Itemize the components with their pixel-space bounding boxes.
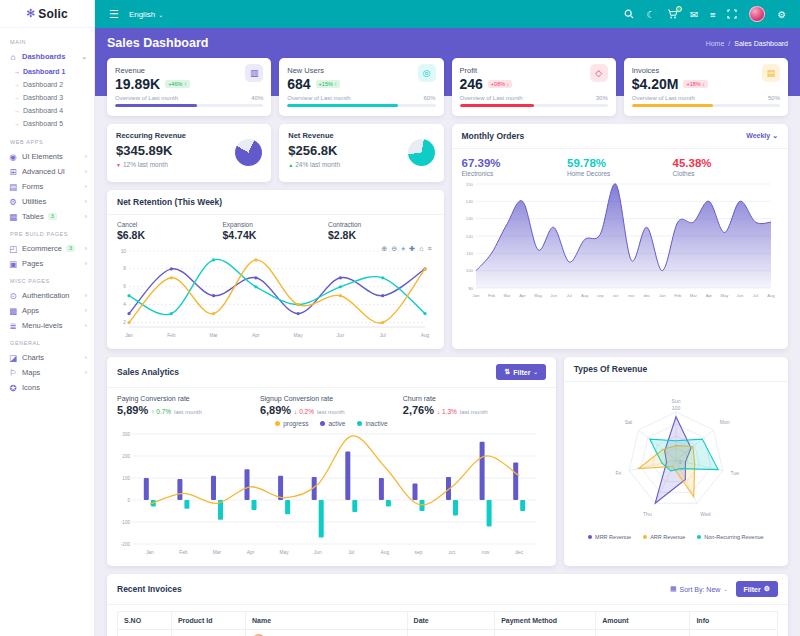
sidebar-item-ecommerce[interactable]: ◰Ecommerce3› <box>8 241 94 256</box>
tables-icon: ▦ <box>8 212 18 222</box>
legend-dot <box>275 421 280 426</box>
list-icon[interactable]: ≡ <box>710 9 716 20</box>
svg-text:Jan: Jan <box>472 293 479 298</box>
sidebar-item-forms[interactable]: ▤Forms› <box>8 179 94 194</box>
sidebar-item-dashboard-3[interactable]: →Dashboard 3 <box>14 91 94 104</box>
svg-text:Thu: Thu <box>643 511 652 517</box>
monthly-orders-chart[interactable]: 90100110120130140150JanFebMarAprMayJunJu… <box>452 179 789 309</box>
svg-text:200: 200 <box>122 454 130 459</box>
advanced-ui-icon: ⊞ <box>8 167 18 177</box>
section-label-prebuild: PRE BUILD PAGES <box>10 231 94 237</box>
sidebar-item-menu-levels[interactable]: ≣Menu-levels› <box>8 318 94 333</box>
svg-text:2: 2 <box>123 320 126 325</box>
chevron-down-icon: ⌄ <box>158 11 163 18</box>
invoices-value: $4.20M <box>632 76 679 92</box>
sidebar-item-dashboard-5[interactable]: →Dashboard 5 <box>14 117 94 130</box>
net-revenue-donut <box>408 139 435 166</box>
user-avatar[interactable] <box>749 6 765 22</box>
sales-analytics-chart[interactable]: -200-1000100200300JanFebMarAprMayJunJulA… <box>107 428 556 566</box>
arrow-icon: → <box>14 69 20 75</box>
svg-text:Aug: Aug <box>580 293 588 298</box>
sidebar-item-utilities[interactable]: ⚙Utilities› <box>8 194 94 209</box>
fullscreen-icon[interactable] <box>727 9 737 19</box>
profit-badge: +08% ↓ <box>488 80 513 88</box>
sidebar-item-ui-elements[interactable]: ◉UI Elements› <box>8 149 94 164</box>
sidebar-item-dashboard-4[interactable]: →Dashboard 4 <box>14 104 94 117</box>
arrow-icon: → <box>14 95 20 101</box>
table-row[interactable]: Richi Wales <box>118 630 778 636</box>
arrow-icon: → <box>14 108 20 114</box>
revenue-badge: +46% ↑ <box>165 80 190 88</box>
svg-text:Mon: Mon <box>720 419 730 425</box>
invoices-filter-button[interactable]: Filter⚙ <box>736 581 778 597</box>
sidebar-item-dashboard-1[interactable]: →Dashboard 1 <box>14 65 94 78</box>
mail-icon[interactable]: ✉ <box>690 9 698 20</box>
svg-text:dec: dec <box>643 293 650 298</box>
sidebar-item-icons[interactable]: ✪Icons <box>8 380 94 395</box>
recurring-revenue-card: Reccuring Revenue $345.89K ▼12% last mon… <box>107 124 271 182</box>
chart-menu-icon[interactable]: ≡ <box>427 245 431 253</box>
main: ☰ English⌄ ☾ ✉ ≡ ⚙ Sales Dashboard Home … <box>95 0 800 636</box>
forms-icon: ▤ <box>8 182 18 192</box>
filter-button[interactable]: ⇅Filter⌄ <box>496 364 545 380</box>
svg-text:Jan: Jan <box>658 293 665 298</box>
logo-text: Solic <box>38 7 68 21</box>
range-selector[interactable]: Weekly ⌄ <box>746 132 778 140</box>
up-arrow-icon: ▲ <box>288 162 293 168</box>
svg-text:May: May <box>280 550 290 555</box>
clothes-percent: 45.38% <box>673 157 779 169</box>
page-header-band: Sales Dashboard Home / Sales Dashboard R… <box>95 28 800 96</box>
svg-text:6: 6 <box>123 284 126 289</box>
types-of-revenue-chart[interactable]: Sun100MonTueWedThuFriSat0 <box>564 382 788 532</box>
svg-text:Aug: Aug <box>767 293 775 298</box>
svg-text:10: 10 <box>121 249 127 254</box>
svg-text:Jan: Jan <box>125 333 133 338</box>
charts-icon: ◪ <box>8 353 18 363</box>
reset-home-icon[interactable]: ⌂ <box>419 245 423 253</box>
section-label-misc: MISC PAGES <box>10 278 94 284</box>
selection-zoom-icon[interactable]: ⌖ <box>401 245 405 253</box>
svg-text:May: May <box>534 293 543 298</box>
net-retention-chart[interactable]: ⊕⊖⌖✚⌂≡ 246810JanFebMarAprMayJunJulAug <box>107 243 444 349</box>
sidebar-item-apps[interactable]: ▩Apps› <box>8 303 94 318</box>
icons-icon: ✪ <box>8 383 18 393</box>
sidebar-item-tables[interactable]: ▦Tables3› <box>8 209 94 224</box>
cart-icon[interactable] <box>667 9 678 19</box>
arrow-icon: → <box>14 121 20 127</box>
sidebar-item-authentication[interactable]: ⊙Authentication› <box>8 288 94 303</box>
dark-mode-icon[interactable]: ☾ <box>646 9 655 20</box>
svg-text:oct: oct <box>449 550 456 555</box>
new-users-value: 684 <box>287 76 310 92</box>
svg-text:Feb: Feb <box>179 550 188 555</box>
menu-toggle-icon[interactable]: ☰ <box>109 8 119 21</box>
legend-dot <box>588 535 592 539</box>
sidebar-item-dashboard-2[interactable]: →Dashboard 2 <box>14 78 94 91</box>
pan-icon[interactable]: ✚ <box>409 245 415 253</box>
zoom-out-icon[interactable]: ⊖ <box>391 245 397 253</box>
home-decores-percent: 59.78% <box>567 157 673 169</box>
search-icon[interactable] <box>624 9 634 19</box>
language-selector[interactable]: English⌄ <box>129 10 163 19</box>
svg-text:oct: oct <box>612 293 618 298</box>
svg-text:140: 140 <box>465 199 473 204</box>
top-navbar: ☰ English⌄ ☾ ✉ ≡ ⚙ <box>95 0 800 28</box>
settings-gear-icon[interactable]: ⚙ <box>777 9 786 20</box>
sidebar-item-charts[interactable]: ◪Charts› <box>8 350 94 365</box>
chevron-right-icon: › <box>85 260 87 267</box>
breadcrumb-current: Sales Dashboard <box>734 40 788 47</box>
breadcrumb-home[interactable]: Home <box>706 40 725 47</box>
sort-by-selector[interactable]: ▦Sort By: New⌄ <box>670 585 728 593</box>
svg-text:Feb: Feb <box>487 293 495 298</box>
page-title: Sales Dashboard <box>107 36 208 50</box>
sidebar-item-advanced-ui[interactable]: ⊞Advanced UI› <box>8 164 94 179</box>
logo[interactable]: ✻ Solic <box>0 0 94 28</box>
sidebar-item-pages[interactable]: ▣Pages› <box>8 256 94 271</box>
sidebar-item-maps[interactable]: ⚐Maps› <box>8 365 94 380</box>
zoom-in-icon[interactable]: ⊕ <box>382 245 388 253</box>
settings-gear-icon: ⚙ <box>764 585 770 593</box>
calendar-icon: ▦ <box>670 585 677 593</box>
maps-icon: ⚐ <box>8 368 18 378</box>
svg-text:Jul: Jul <box>566 293 571 298</box>
sidebar-item-dashboards[interactable]: ⌂ Dashboards ⌄ <box>8 49 94 64</box>
svg-text:0: 0 <box>127 498 130 503</box>
